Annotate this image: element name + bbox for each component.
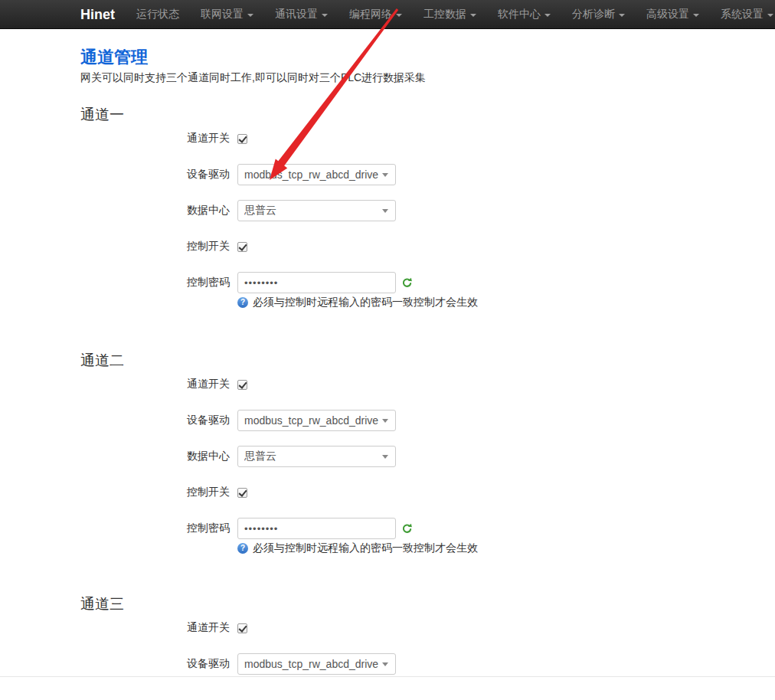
channel-2-section: 通道二 通道开关 设备驱动 modbus_tcp_rw_abcd_driver … [80,352,744,554]
device-driver-label: 设备驱动 [80,414,230,427]
chevron-down-icon [619,14,625,17]
brand-logo[interactable]: Hinet [80,0,115,29]
select-caret-icon [382,662,388,666]
channel-1-control-switch-row: 控制开关 [80,236,744,257]
channel-3-switch-checkbox[interactable] [237,623,247,633]
chevron-down-icon [544,14,551,17]
chevron-down-icon [470,14,476,17]
data-center-label: 数据中心 [80,204,230,218]
control-switch-label: 控制开关 [80,486,230,499]
nav-item-network-settings[interactable]: 联网设置 [190,0,264,29]
chevron-down-icon [693,14,699,17]
page-subtitle: 网关可以同时支持三个通道同时工作,即可以同时对三个PLC进行数据采集 [80,71,744,83]
device-driver-label: 设备驱动 [80,168,230,182]
nav-menu: 运行状态 联网设置 通讯设置 编程网络 工控数据 软件中心 分析诊断 高级设置 [126,0,775,29]
select-caret-icon [382,419,388,423]
chevron-down-icon [767,14,773,17]
refresh-icon[interactable] [401,277,413,289]
channel-2-control-switch-row: 控制开关 [80,482,744,503]
channel-2-password-help: ? 必须与控制时远程输入的密码一致控制才会生效 [237,542,744,554]
control-password-label: 控制密码 [80,522,230,535]
select-caret-icon [382,455,388,459]
channel-2-switch-checkbox[interactable] [237,380,247,390]
channel-1-switch-row: 通道开关 [80,128,744,149]
chevron-down-icon [247,14,253,17]
channel-1-data-center-select[interactable]: 思普云 [237,200,396,221]
channel-1-driver-row: 设备驱动 modbus_tcp_rw_abcd_driver [80,164,744,185]
nav-item-system-settings[interactable]: 系统设置 [710,0,775,29]
select-caret-icon [382,173,388,177]
channel-3-device-driver-select[interactable]: modbus_tcp_rw_abcd_driver [237,653,396,675]
nav-item-software-center[interactable]: 软件中心 [487,0,561,29]
refresh-icon[interactable] [401,523,413,535]
data-center-label: 数据中心 [80,450,230,463]
channel-3-header: 通道三 [80,596,744,613]
select-caret-icon [382,209,388,213]
channel-switch-label: 通道开关 [80,621,230,635]
channel-1-password-row: 控制密码 [80,272,744,293]
navbar: Hinet 运行状态 联网设置 通讯设置 编程网络 工控数据 软件中心 分析诊断 [0,0,775,29]
channel-3-switch-row: 通道开关 [80,617,744,639]
channel-1-password-help: ? 必须与控制时远程输入的密码一致控制才会生效 [237,296,744,308]
nav-item-industrial-data[interactable]: 工控数据 [413,0,487,29]
channel-2-password-row: 控制密码 [80,518,744,539]
channel-2-control-password-input[interactable] [237,518,396,539]
main-content: 通道管理 网关可以同时支持三个通道同时工作,即可以同时对三个PLC进行数据采集 … [0,47,775,675]
page-bottom-divider [0,676,775,677]
password-help-text: 必须与控制时远程输入的密码一致控制才会生效 [253,541,478,555]
channel-2-datacenter-row: 数据中心 思普云 [80,446,744,467]
channel-2-switch-row: 通道开关 [80,374,744,395]
nav-item-programming-network[interactable]: 编程网络 [338,0,413,29]
channel-1-section: 通道一 通道开关 设备驱动 modbus_tcp_rw_abcd_driver … [80,106,744,308]
channel-1-switch-checkbox[interactable] [237,134,247,144]
password-help-text: 必须与控制时远程输入的密码一致控制才会生效 [253,296,478,309]
channel-3-section: 通道三 通道开关 设备驱动 modbus_tcp_rw_abcd_driver [80,596,744,675]
page-title: 通道管理 [80,47,744,67]
channel-1-datacenter-row: 数据中心 思普云 [80,200,744,221]
channel-switch-label: 通道开关 [80,378,230,391]
nav-item-comm-settings[interactable]: 通讯设置 [264,0,338,29]
channel-1-device-driver-select[interactable]: modbus_tcp_rw_abcd_driver [237,164,396,185]
nav-item-analysis-diagnosis[interactable]: 分析诊断 [561,0,636,29]
help-icon: ? [237,543,248,554]
channel-1-control-switch-checkbox[interactable] [237,242,247,252]
nav-item-running-status[interactable]: 运行状态 [126,0,190,29]
channel-1-control-password-input[interactable] [237,272,396,293]
channel-2-driver-row: 设备驱动 modbus_tcp_rw_abcd_driver [80,410,744,431]
channel-2-control-switch-checkbox[interactable] [237,488,247,498]
channel-switch-label: 通道开关 [80,132,230,146]
control-password-label: 控制密码 [80,276,230,289]
channel-2-header: 通道二 [80,352,744,369]
channel-2-device-driver-select[interactable]: modbus_tcp_rw_abcd_driver [237,410,396,431]
channel-1-header: 通道一 [80,106,744,123]
control-switch-label: 控制开关 [80,240,230,254]
help-icon: ? [237,297,248,308]
chevron-down-icon [396,14,402,17]
nav-item-advanced-settings[interactable]: 高级设置 [636,0,710,29]
channel-2-data-center-select[interactable]: 思普云 [237,446,396,467]
chevron-down-icon [322,14,328,17]
channel-3-driver-row: 设备驱动 modbus_tcp_rw_abcd_driver [80,653,744,675]
device-driver-label: 设备驱动 [80,657,230,671]
